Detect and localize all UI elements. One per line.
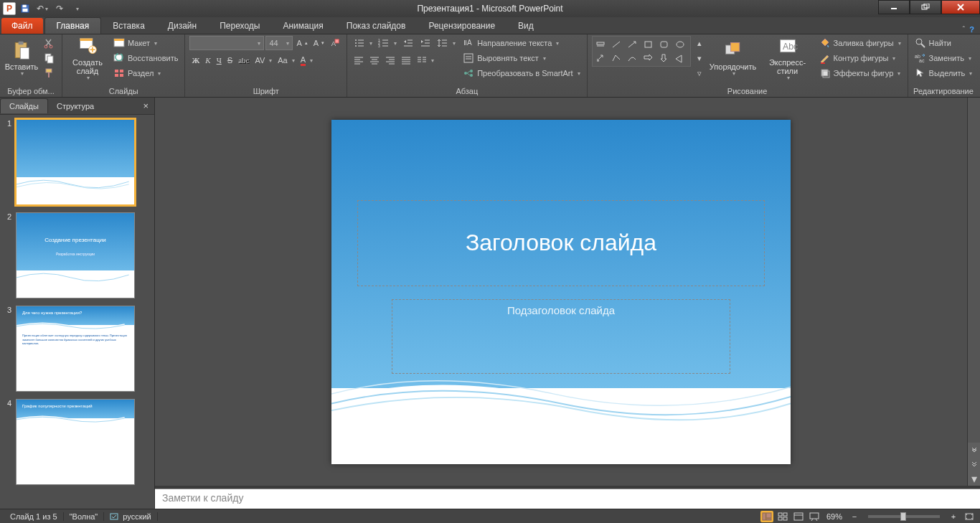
tab-slideshow[interactable]: Показ слайдов xyxy=(335,18,418,34)
justify-button[interactable] xyxy=(399,53,413,67)
align-text-button[interactable]: Выровнять текст▾ xyxy=(461,51,582,65)
shrink-font-button[interactable]: A▾ xyxy=(311,36,326,50)
tab-design[interactable]: Дизайн xyxy=(156,18,208,34)
tab-home[interactable]: Главная xyxy=(44,17,102,34)
tab-animation[interactable]: Анимация xyxy=(271,18,334,34)
minimize-button[interactable] xyxy=(878,0,910,14)
reset-button[interactable]: Восстановить xyxy=(111,51,180,65)
gallery-more[interactable]: ▿ xyxy=(694,66,705,80)
change-case-button[interactable]: Aa▾ xyxy=(275,53,296,67)
underline-button[interactable]: Ч xyxy=(215,53,224,67)
shadow-button[interactable]: abc xyxy=(236,53,251,67)
vertical-scrollbar[interactable]: ▾ xyxy=(967,98,980,486)
outdent-button[interactable] xyxy=(400,36,416,50)
shape-fill-button[interactable]: Заливка фигуры▾ xyxy=(817,36,903,50)
bullets-button[interactable]: ▾ xyxy=(352,36,374,50)
replace-button[interactable]: abacЗаменить▾ xyxy=(913,51,975,65)
undo-button[interactable]: ↶▾ xyxy=(34,1,50,16)
minimize-ribbon-icon[interactable]: ˆ xyxy=(963,25,966,34)
group-editing: Найти abacЗаменить▾ Выделить▾ Редактиров… xyxy=(908,34,979,97)
gallery-up[interactable]: ▴ xyxy=(694,36,705,50)
shape-outline-button[interactable]: Контур фигуры▾ xyxy=(817,51,903,65)
strike-button[interactable]: S xyxy=(225,53,235,67)
scroll-down-button[interactable]: ▾ xyxy=(968,471,980,486)
copy-button[interactable] xyxy=(42,51,57,65)
tab-view[interactable]: Вид xyxy=(507,18,545,34)
side-tab-slides[interactable]: Слайды xyxy=(0,98,48,113)
slide-canvas[interactable]: Заголовок слайда Подзаголовок слайда xyxy=(155,98,967,486)
new-slide-button[interactable]: Создать слайд▾ xyxy=(67,36,108,82)
zoom-out-button[interactable]: − xyxy=(848,511,861,522)
status-lang[interactable]: русский xyxy=(104,512,157,521)
tab-insert[interactable]: Вставка xyxy=(101,18,156,34)
shape-effects-button[interactable]: Эффекты фигур▾ xyxy=(817,66,903,80)
subtitle-placeholder[interactable]: Подзаголовок слайда xyxy=(392,299,730,374)
thumb-4[interactable]: График популярности презентаций xyxy=(16,399,135,485)
view-sorter-button[interactable] xyxy=(776,511,789,522)
char-spacing-button[interactable]: AV▾ xyxy=(253,53,274,67)
tab-transitions[interactable]: Переходы xyxy=(208,18,271,34)
svg-point-89 xyxy=(677,42,684,47)
zoom-value[interactable]: 69% xyxy=(826,512,842,521)
align-left-button[interactable] xyxy=(352,53,366,67)
select-button[interactable]: Выделить▾ xyxy=(913,66,975,80)
numbering-button[interactable]: 123▾ xyxy=(376,36,399,50)
prev-slide-button[interactable] xyxy=(968,443,980,457)
title-placeholder[interactable]: Заголовок слайда xyxy=(357,200,765,286)
status-slide[interactable]: Слайд 1 из 5 xyxy=(4,512,64,521)
indent-button[interactable] xyxy=(418,36,433,50)
help-icon[interactable]: ? xyxy=(969,25,974,34)
tab-file[interactable]: Файл xyxy=(1,18,43,34)
arrange-button[interactable]: Упорядочить▾ xyxy=(708,36,758,82)
bold-button[interactable]: Ж xyxy=(189,53,202,67)
section-button[interactable]: Раздел▾ xyxy=(111,66,180,80)
close-button[interactable] xyxy=(941,0,980,14)
thumb-1[interactable] xyxy=(16,119,135,205)
view-slideshow-button[interactable] xyxy=(808,511,821,522)
redo-button[interactable]: ↷ xyxy=(52,1,67,16)
layout-button[interactable]: Макет▾ xyxy=(111,36,180,50)
view-reading-button[interactable] xyxy=(792,511,805,522)
paste-button[interactable]: Вставить▾ xyxy=(4,36,39,82)
zoom-slider[interactable] xyxy=(868,515,940,518)
status-theme[interactable]: "Волна" xyxy=(64,512,105,521)
zoom-in-button[interactable]: + xyxy=(947,511,960,522)
group-label-drawing: Рисование xyxy=(592,85,903,97)
font-size-combo[interactable]: 44▾ xyxy=(265,36,293,50)
svg-line-85 xyxy=(613,42,620,47)
columns-button[interactable]: ▾ xyxy=(415,53,436,67)
side-tab-outline[interactable]: Структура xyxy=(48,99,103,113)
format-painter-button[interactable] xyxy=(42,66,57,80)
thumb-2[interactable]: Создание презентации Разработка инструкц… xyxy=(16,212,135,298)
maximize-button[interactable] xyxy=(910,0,941,14)
align-right-button[interactable] xyxy=(383,53,397,67)
font-family-combo[interactable]: ▾ xyxy=(189,36,264,50)
grow-font-button[interactable]: A▴ xyxy=(294,36,309,50)
align-center-button[interactable] xyxy=(367,53,382,67)
next-slide-button[interactable] xyxy=(968,457,980,471)
side-panel-close[interactable]: × xyxy=(137,100,154,111)
cut-button[interactable] xyxy=(42,36,57,50)
italic-button[interactable]: К xyxy=(203,53,212,67)
clear-format-button[interactable]: A xyxy=(328,36,342,50)
smartart-button[interactable]: Преобразовать в SmartArt▾ xyxy=(461,66,582,80)
view-normal-button[interactable] xyxy=(760,511,773,522)
app-icon[interactable]: P xyxy=(3,2,16,15)
line-spacing-button[interactable]: ▾ xyxy=(435,36,458,50)
thumbnail-list[interactable]: 1 2 Создание презентации Разработка инст… xyxy=(0,115,154,509)
gallery-down[interactable]: ▾ xyxy=(694,51,705,65)
save-button[interactable] xyxy=(17,1,33,16)
shapes-gallery[interactable] xyxy=(592,36,691,67)
slide-panel: Слайды Структура × 1 2 Создание презента… xyxy=(0,98,155,509)
thumb-3[interactable]: Для чего нужна презентация? Презентация … xyxy=(16,306,135,392)
font-color-button[interactable]: A▾ xyxy=(298,53,315,67)
text-direction-button[interactable]: ⅡAНаправление текста▾ xyxy=(461,36,582,50)
tab-review[interactable]: Рецензирование xyxy=(417,18,507,34)
qat-customize[interactable]: ▾ xyxy=(69,1,85,16)
fit-window-button[interactable] xyxy=(963,511,976,522)
find-button[interactable]: Найти xyxy=(913,36,975,50)
quick-styles-button[interactable]: Abc Экспресс-стили▾ xyxy=(761,36,814,82)
editor-area: Заголовок слайда Подзаголовок слайда ▾ З… xyxy=(155,98,980,509)
notes-pane[interactable]: Заметки к слайду xyxy=(155,489,980,509)
slide[interactable]: Заголовок слайда Подзаголовок слайда xyxy=(331,120,791,464)
